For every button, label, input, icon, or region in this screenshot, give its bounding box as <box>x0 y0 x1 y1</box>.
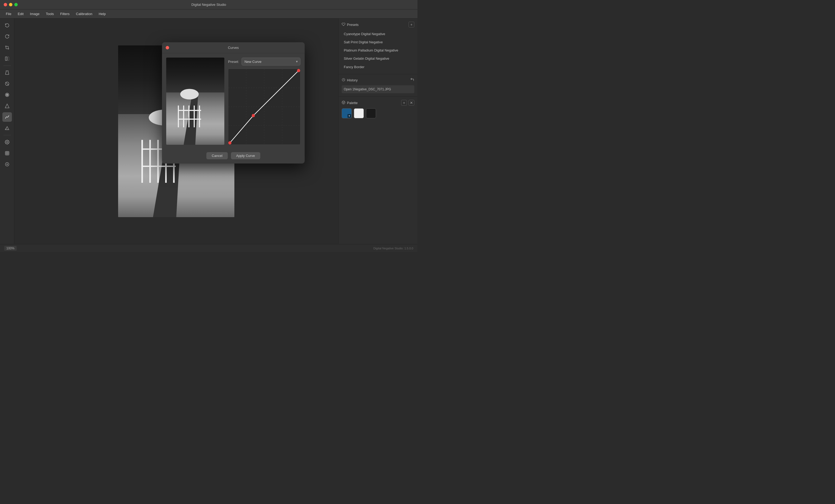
svg-rect-0 <box>5 57 7 61</box>
palette-section: Palette + ✕ ▼ <box>339 97 418 122</box>
svg-point-9 <box>6 142 8 143</box>
dialog-controls: Preset: New Curve Cyanotype Digital Nega… <box>228 58 301 145</box>
dialog-titlebar: Curves <box>162 42 305 54</box>
close-palette-button[interactable]: ✕ <box>408 100 414 106</box>
preset-row: Preset: New Curve Cyanotype Digital Nega… <box>228 58 301 65</box>
canvas-area: Curves Preset: New Curve Cyanotype Digit… <box>14 19 338 244</box>
add-circle-tool[interactable] <box>2 160 12 169</box>
palette-swatches: ▼ <box>342 108 414 118</box>
palette-header: Palette + ✕ <box>342 100 414 106</box>
presets-title: Presets <box>342 22 359 27</box>
menu-tools[interactable]: Tools <box>43 11 57 17</box>
svg-point-28 <box>297 69 300 72</box>
preset-item-salt[interactable]: Salt Print Digital Negative <box>342 38 414 46</box>
preset-select-wrapper: New Curve Cyanotype Digital Negative Sal… <box>242 58 301 65</box>
curve-graph[interactable] <box>228 69 301 145</box>
svg-line-24 <box>230 116 253 143</box>
close-button[interactable] <box>4 3 7 6</box>
svg-line-25 <box>253 70 299 115</box>
menubar: File Edit Image Tools Filters Calibratio… <box>0 9 418 19</box>
menu-file[interactable]: File <box>3 11 14 17</box>
version-text: Digital Negative Studio: 1.5.0.0 <box>373 247 413 250</box>
menu-calibration[interactable]: Calibration <box>73 11 95 17</box>
perspective-tool[interactable] <box>2 68 12 78</box>
history-item-open[interactable]: Open 1Negative_DSC_7071.JPG <box>342 85 414 93</box>
app-title: Digital Negative Studio <box>191 3 226 6</box>
palette-title: Palette <box>342 101 358 105</box>
svg-point-5 <box>6 94 8 96</box>
settings-tool[interactable] <box>2 138 12 147</box>
svg-rect-1 <box>7 57 9 61</box>
mountain-tool[interactable] <box>2 123 12 133</box>
swatch-blue-wrapper: ▼ <box>342 108 352 118</box>
history-header: History <box>342 78 414 83</box>
presets-header: Presets + <box>342 22 414 27</box>
right-panel: Presets + Cyanotype Digital Negative Sal… <box>338 19 418 244</box>
preset-item-fancy[interactable]: Fancy Border ✕ <box>342 63 414 71</box>
statusbar: 100% Digital Negative Studio: 1.5.0.0 <box>0 244 418 252</box>
minimize-button[interactable] <box>9 3 13 6</box>
svg-point-30 <box>342 101 345 104</box>
swatch-dropdown-icon[interactable]: ▼ <box>347 114 351 118</box>
preset-label: Preset: <box>228 60 239 64</box>
crop-tool[interactable] <box>2 43 12 52</box>
history-back-button[interactable] <box>410 78 414 83</box>
history-section: History Open 1Negative_DSC_7071.JPG <box>339 74 418 97</box>
menu-image[interactable]: Image <box>27 11 42 17</box>
rotate-cw-tool[interactable] <box>2 32 12 41</box>
dialog-footer: Cancel Apply Curve <box>162 149 305 164</box>
svg-point-26 <box>228 141 231 145</box>
titlebar-buttons <box>4 3 18 6</box>
dialog-title: Curves <box>228 46 239 50</box>
svg-point-31 <box>343 102 343 102</box>
zoom-level: 100% <box>4 246 17 251</box>
menu-help[interactable]: Help <box>96 11 108 17</box>
main-layout: Curves Preset: New Curve Cyanotype Digit… <box>0 19 418 244</box>
preset-item-cyanotype[interactable]: Cyanotype Digital Negative <box>342 30 414 38</box>
svg-point-33 <box>343 103 344 103</box>
maximize-button[interactable] <box>14 3 18 6</box>
svg-marker-8 <box>5 128 8 130</box>
preset-item-silver[interactable]: Silver Gelatin Digital Negative <box>342 55 414 62</box>
svg-rect-10 <box>5 151 9 155</box>
svg-line-3 <box>5 82 9 85</box>
left-toolbar <box>0 19 14 244</box>
palette-icon <box>342 101 345 105</box>
swatch-black-wrapper <box>366 108 376 118</box>
preset-item-platinum[interactable]: Platinum Palladium Digital Negative <box>342 46 414 54</box>
add-preset-button[interactable]: + <box>408 22 414 27</box>
add-palette-button[interactable]: + <box>401 100 407 106</box>
curve-svg <box>228 69 300 145</box>
titlebar: Digital Negative Studio <box>0 0 418 9</box>
toolbar-separator-1 <box>3 65 11 66</box>
swatch-black[interactable] <box>366 108 376 118</box>
svg-marker-6 <box>5 104 9 108</box>
presets-list: Cyanotype Digital Negative Salt Print Di… <box>342 30 414 71</box>
swatch-white[interactable] <box>354 108 364 118</box>
menu-filters[interactable]: Filters <box>58 11 72 17</box>
apply-curve-button[interactable]: Apply Curve <box>231 152 260 159</box>
dialog-close-button[interactable] <box>166 46 169 49</box>
svg-point-27 <box>252 114 255 117</box>
svg-point-32 <box>344 102 344 102</box>
history-title: History <box>342 78 358 82</box>
curves-dialog: Curves Preset: New Curve Cyanotype Digit… <box>162 42 305 164</box>
presets-section: Presets + Cyanotype Digital Negative Sal… <box>339 19 418 74</box>
dropper-tool[interactable] <box>2 90 12 100</box>
table-tool[interactable] <box>2 148 12 158</box>
dialog-overlay: Curves Preset: New Curve Cyanotype Digit… <box>14 19 338 244</box>
no-color-tool[interactable] <box>2 79 12 88</box>
presets-label: Presets <box>347 23 359 27</box>
flip-tool[interactable] <box>2 54 12 63</box>
menu-edit[interactable]: Edit <box>15 11 26 17</box>
paint-tool[interactable] <box>2 101 12 111</box>
cancel-button[interactable]: Cancel <box>206 152 227 159</box>
history-icon <box>342 78 345 82</box>
rotate-ccw-tool[interactable] <box>2 21 12 30</box>
curve-tool[interactable] <box>2 112 12 122</box>
heart-icon <box>342 22 345 27</box>
swatch-white-wrapper <box>354 108 364 118</box>
palette-actions: + ✕ <box>401 100 414 106</box>
preset-select[interactable]: New Curve Cyanotype Digital Negative Sal… <box>242 58 301 65</box>
preview-canvas <box>166 58 224 145</box>
